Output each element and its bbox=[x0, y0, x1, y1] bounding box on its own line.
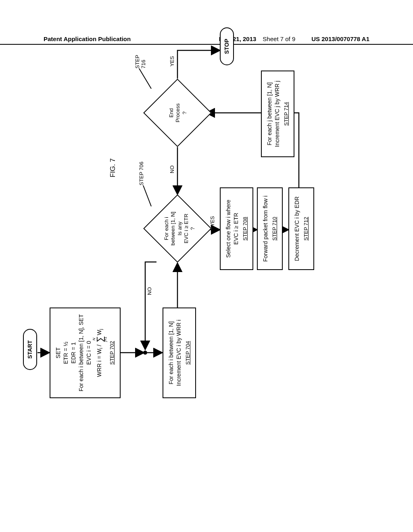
d716-l1: End bbox=[168, 79, 175, 147]
step-712-l1: Decrement EVC i by EDR bbox=[293, 196, 301, 261]
step-702-l1: SET bbox=[54, 347, 62, 358]
d706-l5: ? bbox=[190, 194, 196, 263]
wrr-eq-pre: WRR i = W bbox=[96, 349, 102, 377]
wrr-eq-post: W bbox=[96, 330, 102, 335]
d706-l2: between [1, N] bbox=[170, 194, 176, 263]
yes-label-706: YES bbox=[209, 216, 215, 227]
step-702: SET ETR = ½ EDR = 1 For each i between [… bbox=[50, 308, 121, 398]
step-708: Select one flow i where EVC i ≥ ETR STEP… bbox=[220, 187, 253, 270]
step-714-l1: For each j between [1, N] bbox=[266, 82, 273, 145]
step-710-l1: Forward packet from flow i bbox=[262, 195, 269, 262]
slash: / bbox=[96, 343, 102, 348]
summation-icon: N∑j=1 bbox=[92, 336, 107, 343]
step-708-l2: EVC i ≥ ETR bbox=[232, 213, 240, 245]
step-702-l2: ETR = ½ bbox=[62, 342, 70, 364]
step-716-ptr: STEP 716 bbox=[134, 55, 146, 69]
step-702-formula: WRR i = Wi / N∑j=1Wj bbox=[92, 329, 107, 377]
step-704-l1: For each i between [1, N] bbox=[167, 321, 175, 384]
step-704-l2: Increment EVC i by WRR i bbox=[175, 320, 183, 386]
page-header: Patent Application Publication Mar. 21, … bbox=[0, 35, 413, 45]
d706-l4: EVC i ≥ ETR bbox=[183, 194, 190, 263]
step-706-ptr: STEP 706 bbox=[138, 162, 144, 185]
figure-area: FIG. 7 START SET ETR = ½ EDR = 1 For eac… bbox=[18, 81, 413, 403]
sub-i: i bbox=[98, 348, 104, 349]
yes-label-716: YES bbox=[169, 56, 175, 66]
no-label-716: NO bbox=[169, 166, 175, 174]
step-716-decision: End Process ? bbox=[143, 79, 212, 147]
step-716-text: End Process ? bbox=[168, 79, 188, 147]
header-sheet: Sheet 7 of 9 bbox=[263, 35, 295, 42]
stop-terminator: STOP bbox=[220, 27, 234, 65]
header-pubno: US 2013/0070778 A1 bbox=[311, 35, 369, 42]
sigma-icon: ∑ bbox=[96, 336, 104, 343]
step-704-label: STEP 704 bbox=[184, 341, 192, 365]
d706-l3: Is any bbox=[177, 194, 183, 263]
merge-dot-icon bbox=[143, 351, 147, 355]
step-702-label: STEP 702 bbox=[108, 341, 116, 365]
step-714-label: STEP 714 bbox=[283, 102, 290, 126]
step-706-decision: For each i between [1, N] Is any EVC i ≥… bbox=[143, 194, 212, 263]
header-left: Patent Application Publication bbox=[44, 35, 219, 42]
d716-l2: Process bbox=[175, 79, 181, 147]
sub-j: j bbox=[98, 329, 104, 330]
figure-label: FIG. 7 bbox=[109, 158, 117, 177]
start-terminator: START bbox=[23, 329, 37, 370]
step-712: Decrement EVC i by EDR STEP 712 bbox=[288, 187, 314, 270]
step-702-l4: For each i between [1, N], SET bbox=[77, 314, 85, 391]
step-710: Forward packet from flow i STEP 710 bbox=[257, 187, 283, 270]
no-label-706: NO bbox=[146, 287, 152, 295]
step-704: For each i between [1, N] Increment EVC … bbox=[163, 308, 196, 398]
d716-l3: ? bbox=[181, 79, 188, 147]
step-702-l3: EDR = 1 bbox=[70, 342, 77, 364]
step-708-label: STEP 708 bbox=[242, 217, 249, 241]
step-706-text: For each i between [1, N] Is any EVC i ≥… bbox=[163, 194, 196, 263]
step-712-label: STEP 712 bbox=[302, 217, 310, 241]
step-708-l1: Select one flow i where bbox=[225, 200, 232, 258]
step-714-l2: Increment EVC j by WRR j bbox=[273, 81, 281, 147]
step-710-label: STEP 710 bbox=[271, 217, 278, 241]
step-714: For each j between [1, N] Increment EVC … bbox=[261, 71, 294, 157]
step-702-l5: EVC i = 0 bbox=[85, 341, 93, 365]
sum-bot: j=1 bbox=[104, 337, 107, 341]
d706-l1: For each i bbox=[163, 194, 170, 263]
